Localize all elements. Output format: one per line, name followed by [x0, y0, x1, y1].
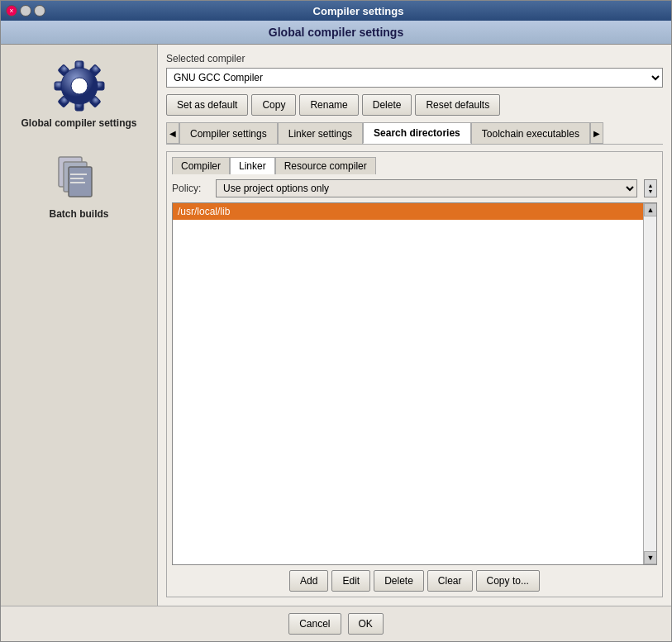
action-buttons-row: Add Edit Delete Clear Copy to... — [167, 565, 662, 597]
edit-button[interactable]: Edit — [331, 570, 370, 592]
cancel-button[interactable]: Cancel — [288, 613, 341, 635]
scroll-up-button[interactable]: ▲ — [644, 203, 657, 216]
subtab-compiler[interactable]: Compiler — [172, 157, 230, 174]
sidebar-item-global[interactable]: Global compiler settings — [14, 53, 143, 136]
add-button[interactable]: Add — [289, 570, 328, 592]
sidebar-global-label: Global compiler settings — [21, 117, 136, 129]
svg-point-9 — [71, 78, 88, 94]
dialog-header: Global compiler settings — [1, 21, 671, 45]
clear-button[interactable]: Clear — [427, 570, 473, 592]
inner-panel-content: Policy: Use project options only ▲ ▼ /us… — [167, 174, 662, 597]
selected-compiler-label: Selected compiler — [166, 53, 663, 64]
gear-icon — [53, 59, 106, 112]
copy-button[interactable]: Copy — [251, 94, 296, 116]
reset-defaults-button[interactable]: Reset defaults — [415, 94, 500, 116]
subtab-linker[interactable]: Linker — [230, 157, 275, 174]
tab-search-directories[interactable]: Search directories — [363, 122, 471, 144]
close-button[interactable]: × — [6, 5, 17, 17]
compiler-dropdown[interactable]: GNU GCC Compiler — [166, 68, 663, 88]
sidebar-item-batch[interactable]: Batch builds — [42, 144, 115, 226]
svg-rect-15 — [70, 182, 85, 183]
directory-list[interactable]: /usr/local/lib ▲ ▼ — [172, 202, 657, 565]
window-controls: × — [6, 5, 45, 17]
inner-panel: Compiler Linker Resource compiler Policy… — [166, 151, 663, 597]
ok-button[interactable]: OK — [348, 613, 384, 635]
maximize-button[interactable] — [34, 5, 45, 17]
title-bar: × Compiler settings — [1, 1, 671, 21]
main-content: Global compiler settings Batch builds S — [1, 45, 671, 606]
scroll-track[interactable] — [644, 216, 656, 551]
svg-rect-14 — [70, 178, 83, 179]
policy-select[interactable]: Use project options only — [216, 179, 637, 197]
main-tabs: ◀ Compiler settings Linker settings Sear… — [166, 122, 663, 145]
tab-toolchain-executables[interactable]: Toolchain executables — [471, 122, 590, 144]
minimize-button[interactable] — [20, 5, 31, 17]
right-panel: Selected compiler GNU GCC Compiler Set a… — [158, 45, 671, 606]
subtabs-row: Compiler Linker Resource compiler — [167, 152, 662, 174]
scroll-down-button[interactable]: ▼ — [644, 551, 657, 564]
scrollbar[interactable]: ▲ ▼ — [643, 203, 656, 564]
policy-row: Policy: Use project options only ▲ ▼ — [167, 174, 662, 202]
delete-compiler-button[interactable]: Delete — [362, 94, 412, 116]
delete-dir-button[interactable]: Delete — [374, 570, 424, 592]
rename-button[interactable]: Rename — [299, 94, 358, 116]
tab-nav-left[interactable]: ◀ — [166, 122, 179, 144]
window-title: Compiler settings — [50, 5, 666, 17]
policy-spinner[interactable]: ▲ ▼ — [644, 179, 657, 197]
list-item[interactable]: /usr/local/lib — [173, 203, 656, 220]
tab-linker-settings[interactable]: Linker settings — [278, 122, 363, 144]
compiler-select-section: Selected compiler GNU GCC Compiler — [166, 53, 663, 88]
svg-rect-13 — [70, 174, 87, 175]
tab-compiler-settings[interactable]: Compiler settings — [179, 122, 278, 144]
sidebar-batch-label: Batch builds — [49, 208, 108, 220]
compiler-select-row: GNU GCC Compiler — [166, 68, 663, 88]
main-window: × Compiler settings Global compiler sett… — [0, 0, 672, 642]
set-default-button[interactable]: Set as default — [166, 94, 248, 116]
footer-row: Cancel OK — [1, 606, 671, 641]
policy-label: Policy: — [172, 183, 209, 194]
subtab-resource-compiler[interactable]: Resource compiler — [275, 157, 376, 174]
copy-to-button[interactable]: Copy to... — [476, 570, 540, 592]
toolbar-row: Set as default Copy Rename Delete Reset … — [166, 94, 663, 116]
sidebar: Global compiler settings Batch builds — [1, 45, 158, 606]
tab-nav-right[interactable]: ▶ — [590, 122, 603, 144]
batch-icon — [52, 150, 105, 203]
